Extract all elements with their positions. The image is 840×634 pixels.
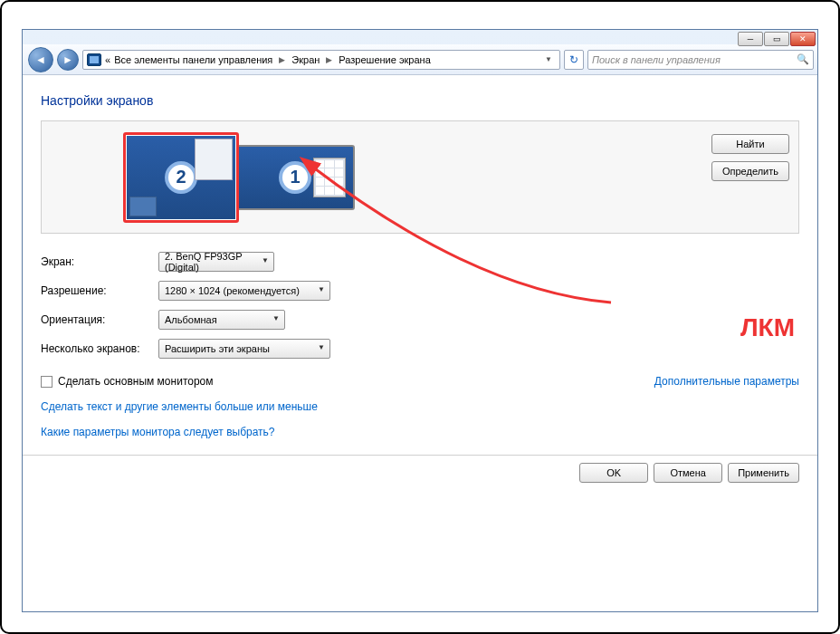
cancel-button[interactable]: Отмена [654,463,722,483]
monitor-2[interactable]: 2 [123,132,239,223]
minimize-button[interactable]: ─ [738,32,763,46]
apply-button[interactable]: Применить [728,463,799,483]
address-dropdown-icon[interactable]: ▼ [541,55,556,63]
display-label: Экран: [41,255,158,268]
control-panel-icon [87,53,101,66]
annotation-text: ЛКМ [740,313,795,342]
page-title: Настройки экранов [41,93,799,108]
monitor-taskbar-decor [129,197,157,216]
make-primary-checkbox[interactable] [41,376,52,388]
search-icon: 🔍 [797,53,809,65]
content-pane: Настройки экранов 2 1 Найти Определить [23,75,817,611]
orientation-label: Ориентация: [41,313,158,326]
minimize-icon: ─ [748,34,753,43]
orientation-dropdown[interactable]: Альбомная [158,310,285,330]
breadcrumb-item[interactable]: Разрешение экрана [339,54,430,65]
monitor-arrangement-panel[interactable]: 2 1 Найти Определить [41,120,799,234]
titlebar: ─ ▭ ✕ [23,30,817,44]
chevron-right-icon: ▶ [323,55,335,64]
monitor-number-badge: 2 [165,161,197,194]
maximize-icon: ▭ [773,34,781,43]
make-primary-label: Сделать основным монитором [58,375,214,388]
resolution-dropdown[interactable]: 1280 × 1024 (рекомендуется) [158,281,330,301]
text-size-link[interactable]: Сделать текст и другие элементы больше и… [41,400,799,413]
chevron-right-icon: ▶ [276,55,288,64]
maximize-button[interactable]: ▭ [764,32,789,46]
ok-button[interactable]: OK [579,463,648,483]
settings-form: ЛКМ Экран: 2. BenQ FP93GP (Digital) Разр… [41,252,799,438]
display-dropdown[interactable]: 2. BenQ FP93GP (Digital) [158,252,274,272]
arrow-left-icon: ◄ [35,53,46,66]
find-button[interactable]: Найти [711,134,789,154]
nav-forward-button[interactable]: ► [57,49,79,71]
close-icon: ✕ [799,34,807,43]
breadcrumb-prefix: « [105,54,110,65]
monitor-keypad-decor [313,158,346,197]
separator [23,455,817,456]
monitor-1[interactable]: 1 [235,145,355,210]
resolution-label: Разрешение: [41,284,158,297]
screenshot-frame: ─ ▭ ✕ ◄ ► « Все элементы панели управлен… [0,0,840,634]
search-input[interactable]: Поиск в панели управления 🔍 [587,50,814,70]
multiple-displays-label: Несколько экранов: [41,342,158,355]
refresh-icon: ↻ [569,53,578,66]
search-placeholder: Поиск в панели управления [592,54,721,65]
address-bar[interactable]: « Все элементы панели управления ▶ Экран… [82,50,560,70]
nav-back-button[interactable]: ◄ [28,47,53,72]
breadcrumb-item[interactable]: Экран [291,54,320,65]
arrow-right-icon: ► [62,53,73,66]
navigation-bar: ◄ ► « Все элементы панели управления ▶ Э… [23,44,817,75]
refresh-button[interactable]: ↻ [564,50,584,70]
identify-button[interactable]: Определить [711,161,789,181]
monitor-help-link[interactable]: Какие параметры монитора следует выбрать… [41,426,799,438]
breadcrumb-item[interactable]: Все элементы панели управления [114,54,272,65]
monitor-number-badge: 1 [279,161,311,194]
advanced-settings-link[interactable]: Дополнительные параметры [654,375,799,388]
dialog-buttons: OK Отмена Применить [41,463,799,492]
multiple-displays-dropdown[interactable]: Расширить эти экраны [158,339,330,359]
close-button[interactable]: ✕ [790,32,816,46]
monitor-window-decor [195,139,233,180]
window: ─ ▭ ✕ ◄ ► « Все элементы панели управлен… [22,29,818,612]
